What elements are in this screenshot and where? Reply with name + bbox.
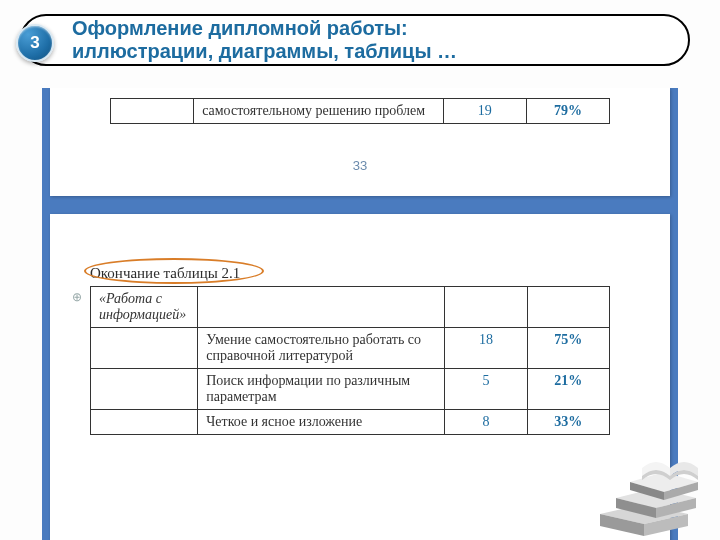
- cell-percent: 79%: [526, 99, 609, 124]
- table-row: Умение самостоятельно работать со справо…: [91, 328, 610, 369]
- cell-empty: [111, 99, 194, 124]
- cell-empty: [91, 328, 198, 369]
- cell-percent: 21%: [527, 369, 609, 410]
- table-fragment-top: самостоятельному решению проблем 19 79%: [110, 98, 610, 124]
- cell-count: 5: [445, 369, 527, 410]
- cell-count: 8: [445, 410, 527, 435]
- cell-empty: [91, 369, 198, 410]
- cell-category: «Работа с информацией»: [91, 287, 198, 328]
- page-bottom: Окончание таблицы 2.1 ⊕ «Работа с информ…: [50, 214, 670, 540]
- anchor-icon: ⊕: [72, 290, 82, 304]
- page-number: 33: [110, 158, 610, 173]
- cell-empty: [91, 410, 198, 435]
- table-row: Четкое и ясное изложение 8 33%: [91, 410, 610, 435]
- title-line2: иллюстрации, диаграммы, таблицы …: [72, 40, 457, 63]
- cell-percent: 75%: [527, 328, 609, 369]
- cell-text: Поиск информации по различным параметрам: [198, 369, 445, 410]
- table-caption: Окончание таблицы 2.1: [90, 265, 240, 282]
- cell-count: 19: [443, 99, 526, 124]
- table-row: «Работа с информацией»: [91, 287, 610, 328]
- cell-empty: [198, 287, 445, 328]
- header-pill: 3 Оформление дипломной работы: иллюстрац…: [20, 14, 690, 66]
- cell-text: Четкое и ясное изложение: [198, 410, 445, 435]
- header-title: Оформление дипломной работы: иллюстрации…: [72, 17, 457, 63]
- step-badge: 3: [16, 24, 54, 62]
- title-line1: Оформление дипломной работы:: [72, 17, 457, 40]
- cell-text: Умение самостоятельно работать со справо…: [198, 328, 445, 369]
- cell-empty: [527, 287, 609, 328]
- table-row: Поиск информации по различным параметрам…: [91, 369, 610, 410]
- cell-percent: 33%: [527, 410, 609, 435]
- cell-count: 18: [445, 328, 527, 369]
- table-main: «Работа с информацией» Умение самостояте…: [90, 286, 610, 435]
- page-top: самостоятельному решению проблем 19 79% …: [50, 88, 670, 196]
- cell-empty: [445, 287, 527, 328]
- table-row: самостоятельному решению проблем 19 79%: [111, 99, 610, 124]
- cell-text: самостоятельному решению проблем: [194, 99, 444, 124]
- document-viewport: самостоятельному решению проблем 19 79% …: [42, 88, 678, 540]
